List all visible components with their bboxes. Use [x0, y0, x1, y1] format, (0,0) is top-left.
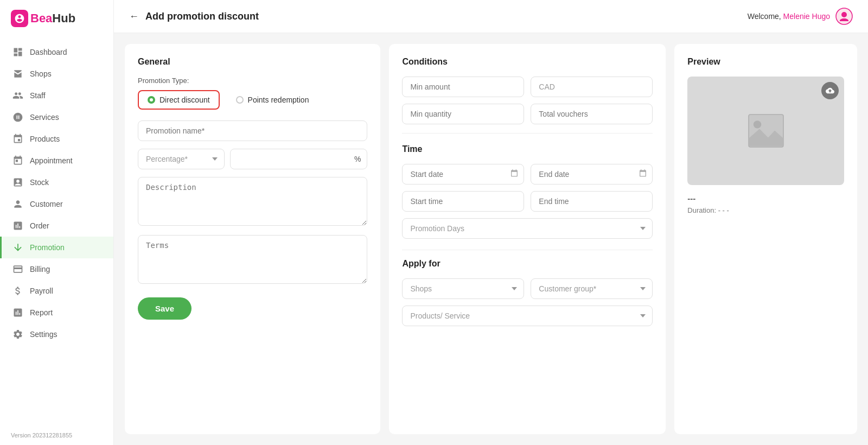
- end-date-wrap: [531, 164, 653, 185]
- products-service-select[interactable]: Products/ Service: [402, 306, 653, 326]
- avatar-icon: [835, 8, 853, 25]
- welcome-text: Welcome, Melenie Hugo: [748, 12, 830, 21]
- conditions-row-2: [402, 104, 653, 124]
- general-title: General: [138, 57, 367, 67]
- conditions-row-1: [402, 77, 653, 97]
- sidebar: BeaHub Dashboard Shops Staff Services Pr…: [0, 0, 114, 445]
- percentage-row: Percentage* %: [138, 149, 367, 169]
- header-left: ← Add promotion discount: [129, 11, 259, 22]
- promo-type-points-label: Points redemption: [248, 96, 309, 104]
- start-date-wrap: [402, 164, 524, 185]
- promo-name-row: [138, 120, 367, 141]
- time-row: [402, 191, 653, 212]
- apply-shops-row: Shops Customer group*: [402, 278, 653, 299]
- image-placeholder-icon: [744, 112, 788, 150]
- sidebar-item-settings[interactable]: Settings: [0, 323, 113, 345]
- sidebar-item-products[interactable]: Products: [0, 128, 113, 150]
- start-date-calendar-icon: [510, 169, 519, 180]
- currency-input[interactable]: [531, 77, 653, 97]
- sidebar-item-staff[interactable]: Staff: [0, 85, 113, 106]
- save-button[interactable]: Save: [138, 297, 192, 320]
- radio-dot-direct: [148, 96, 155, 104]
- sidebar-item-shops[interactable]: Shops: [0, 63, 113, 85]
- sidebar-item-dashboard[interactable]: Dashboard: [0, 41, 113, 63]
- percent-sign: %: [354, 155, 361, 163]
- header-right: Welcome, Melenie Hugo: [748, 8, 853, 25]
- preview-image-box: [687, 77, 844, 185]
- conditions-title: Conditions: [402, 57, 653, 67]
- description-row: [138, 177, 367, 227]
- promo-type-label: Promotion Type:: [138, 77, 367, 85]
- end-date-calendar-icon: [639, 169, 647, 180]
- start-date-input[interactable]: [402, 164, 524, 185]
- radio-empty-points: [236, 96, 244, 104]
- page-header: ← Add promotion discount Welcome, Meleni…: [114, 0, 868, 33]
- logo-text: BeaHub: [30, 11, 75, 26]
- sidebar-item-stock[interactable]: Stock: [0, 171, 113, 193]
- promo-type-row: Direct discount Points redemption: [138, 90, 367, 110]
- start-time-input[interactable]: [402, 191, 524, 212]
- logo: BeaHub: [0, 0, 113, 37]
- conditions-panel: Conditions Time: [389, 44, 666, 434]
- promotion-days-select[interactable]: Promotion Days: [402, 218, 653, 239]
- end-time-input[interactable]: [531, 191, 653, 212]
- terms-row: [138, 235, 367, 285]
- percent-value-wrap: %: [230, 149, 367, 169]
- preview-title: Preview: [687, 57, 844, 67]
- terms-input[interactable]: [138, 235, 367, 284]
- back-button[interactable]: ←: [129, 11, 139, 22]
- promo-type-direct-label: Direct discount: [159, 96, 210, 104]
- sidebar-item-appointment[interactable]: Appointment: [0, 150, 113, 171]
- shops-select[interactable]: Shops: [402, 278, 524, 299]
- logo-icon: [11, 10, 28, 27]
- apply-for-section: Apply for Shops Customer group* Products…: [402, 259, 653, 326]
- sidebar-item-payroll[interactable]: Payroll: [0, 280, 113, 302]
- sidebar-item-order[interactable]: Order: [0, 215, 113, 237]
- percent-input[interactable]: [230, 149, 367, 169]
- description-input[interactable]: [138, 177, 367, 226]
- welcome-name: Melenie Hugo: [783, 12, 830, 21]
- apply-products-row: Products/ Service: [402, 306, 653, 326]
- preview-duration: Duration: - - -: [687, 206, 844, 214]
- apply-for-title: Apply for: [402, 259, 653, 269]
- preview-name: ---: [687, 194, 844, 203]
- promo-type-direct[interactable]: Direct discount: [138, 90, 220, 110]
- content-area: General Promotion Type: Direct discount …: [114, 33, 868, 445]
- preview-panel: Preview --- Duration: - - -: [674, 44, 857, 434]
- promo-type-points[interactable]: Points redemption: [226, 90, 319, 110]
- main-area: ← Add promotion discount Welcome, Meleni…: [114, 0, 868, 445]
- sidebar-item-billing[interactable]: Billing: [0, 258, 113, 280]
- promo-name-input[interactable]: [138, 120, 367, 141]
- sidebar-item-promotion[interactable]: Promotion: [0, 237, 113, 258]
- promotion-days-wrap: Promotion Days: [402, 218, 653, 239]
- svg-point-2: [753, 120, 761, 128]
- min-amount-input[interactable]: [402, 77, 524, 97]
- sidebar-item-customer[interactable]: Customer: [0, 193, 113, 215]
- min-quantity-input[interactable]: [402, 104, 524, 124]
- total-vouchers-input[interactable]: [531, 104, 653, 124]
- time-title: Time: [402, 144, 653, 154]
- time-section: Time: [402, 144, 653, 239]
- upload-button[interactable]: [821, 82, 839, 99]
- customer-group-select[interactable]: Customer group*: [531, 278, 653, 299]
- date-row: [402, 164, 653, 185]
- page-title: Add promotion discount: [145, 11, 259, 22]
- sidebar-item-report[interactable]: Report: [0, 302, 113, 323]
- end-date-input[interactable]: [531, 164, 653, 185]
- general-panel: General Promotion Type: Direct discount …: [125, 44, 380, 434]
- nav-menu: Dashboard Shops Staff Services Products …: [0, 37, 113, 425]
- sidebar-item-services[interactable]: Services: [0, 106, 113, 128]
- percentage-select[interactable]: Percentage*: [138, 149, 225, 169]
- version-text: Version 202312281855: [0, 425, 113, 445]
